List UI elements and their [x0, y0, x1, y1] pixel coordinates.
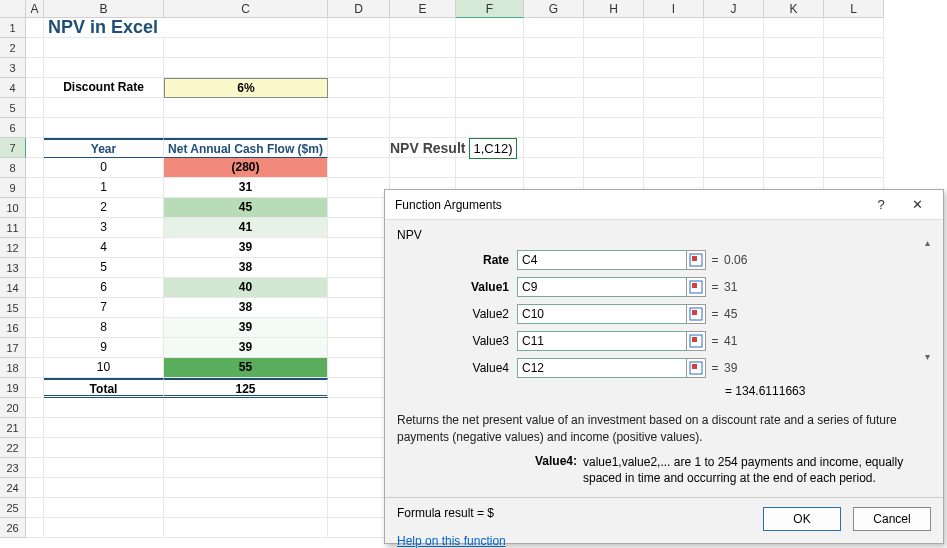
cell-F4[interactable]: [456, 78, 524, 98]
cell-L4[interactable]: [824, 78, 884, 98]
cell-A11[interactable]: [26, 218, 44, 238]
flow-6[interactable]: 40: [164, 278, 328, 298]
cell-F6[interactable]: [456, 118, 524, 138]
cell-I6[interactable]: [644, 118, 704, 138]
page-title[interactable]: NPV in Excel: [44, 18, 328, 38]
cell-H3[interactable]: [584, 58, 644, 78]
cell-D19[interactable]: [328, 378, 390, 398]
cell-A5[interactable]: [26, 98, 44, 118]
cell-C21[interactable]: [164, 418, 328, 438]
row-header-16[interactable]: 16: [0, 318, 26, 338]
cell-E5[interactable]: [390, 98, 456, 118]
cell-F2[interactable]: [456, 38, 524, 58]
cell-C24[interactable]: [164, 478, 328, 498]
arg-input-value1[interactable]: [517, 277, 687, 297]
total-value[interactable]: 125: [164, 378, 328, 398]
cell-B23[interactable]: [44, 458, 164, 478]
cell-J3[interactable]: [704, 58, 764, 78]
range-picker-icon[interactable]: [686, 250, 706, 270]
help-link[interactable]: Help on this function: [397, 534, 506, 548]
cell-D5[interactable]: [328, 98, 390, 118]
row-header-25[interactable]: 25: [0, 498, 26, 518]
cell-J7[interactable]: [704, 138, 764, 158]
row-header-24[interactable]: 24: [0, 478, 26, 498]
cell-D13[interactable]: [328, 258, 390, 278]
cell-F8[interactable]: [456, 158, 524, 178]
args-scrollbar[interactable]: ▴ ▾: [919, 236, 935, 366]
cell-B26[interactable]: [44, 518, 164, 538]
cancel-button[interactable]: Cancel: [853, 507, 931, 531]
year-0[interactable]: 0: [44, 158, 164, 178]
year-9[interactable]: 9: [44, 338, 164, 358]
cell-G3[interactable]: [524, 58, 584, 78]
row-header-21[interactable]: 21: [0, 418, 26, 438]
cell-B20[interactable]: [44, 398, 164, 418]
cell-L8[interactable]: [824, 158, 884, 178]
cell-C23[interactable]: [164, 458, 328, 478]
arg-input-value2[interactable]: [517, 304, 687, 324]
col-header-L[interactable]: L: [824, 0, 884, 18]
row-header-20[interactable]: 20: [0, 398, 26, 418]
cell-A17[interactable]: [26, 338, 44, 358]
cell-D12[interactable]: [328, 238, 390, 258]
header-flow[interactable]: Net Annual Cash Flow ($m): [164, 138, 328, 158]
cell-A23[interactable]: [26, 458, 44, 478]
row-header-5[interactable]: 5: [0, 98, 26, 118]
flow-1[interactable]: 31: [164, 178, 328, 198]
cell-D9[interactable]: [328, 178, 390, 198]
cell-A12[interactable]: [26, 238, 44, 258]
cell-D23[interactable]: [328, 458, 390, 478]
arg-input-value4[interactable]: [517, 358, 687, 378]
cell-B21[interactable]: [44, 418, 164, 438]
col-header-K[interactable]: K: [764, 0, 824, 18]
cell-D11[interactable]: [328, 218, 390, 238]
cell-D15[interactable]: [328, 298, 390, 318]
range-picker-icon[interactable]: [686, 304, 706, 324]
row-header-10[interactable]: 10: [0, 198, 26, 218]
cell-G4[interactable]: [524, 78, 584, 98]
cell-C5[interactable]: [164, 98, 328, 118]
cell-A14[interactable]: [26, 278, 44, 298]
cell-A9[interactable]: [26, 178, 44, 198]
col-header-F[interactable]: F: [456, 0, 524, 18]
row-header-14[interactable]: 14: [0, 278, 26, 298]
cell-L6[interactable]: [824, 118, 884, 138]
range-picker-icon[interactable]: [686, 331, 706, 351]
flow-3[interactable]: 41: [164, 218, 328, 238]
cell-G1[interactable]: [524, 18, 584, 38]
col-header-J[interactable]: J: [704, 0, 764, 18]
cell-E3[interactable]: [390, 58, 456, 78]
cell-D3[interactable]: [328, 58, 390, 78]
cell-D21[interactable]: [328, 418, 390, 438]
row-header-22[interactable]: 22: [0, 438, 26, 458]
cell-K4[interactable]: [764, 78, 824, 98]
cell-A21[interactable]: [26, 418, 44, 438]
cell-G5[interactable]: [524, 98, 584, 118]
cell-A7[interactable]: [26, 138, 44, 158]
cell-D16[interactable]: [328, 318, 390, 338]
cell-G7[interactable]: [524, 138, 584, 158]
cell-A13[interactable]: [26, 258, 44, 278]
cell-L1[interactable]: [824, 18, 884, 38]
cell-D6[interactable]: [328, 118, 390, 138]
cell-F3[interactable]: [456, 58, 524, 78]
row-header-13[interactable]: 13: [0, 258, 26, 278]
cell-B2[interactable]: [44, 38, 164, 58]
row-header-7[interactable]: 7: [0, 138, 26, 158]
cell-D8[interactable]: [328, 158, 390, 178]
cell-D2[interactable]: [328, 38, 390, 58]
cell-E6[interactable]: [390, 118, 456, 138]
cell-D4[interactable]: [328, 78, 390, 98]
cell-A2[interactable]: [26, 38, 44, 58]
cell-J1[interactable]: [704, 18, 764, 38]
discount-label[interactable]: Discount Rate: [44, 78, 164, 98]
cell-J4[interactable]: [704, 78, 764, 98]
cell-D17[interactable]: [328, 338, 390, 358]
cell-A18[interactable]: [26, 358, 44, 378]
cell-J6[interactable]: [704, 118, 764, 138]
cell-A16[interactable]: [26, 318, 44, 338]
row-header-15[interactable]: 15: [0, 298, 26, 318]
cell-E7[interactable]: NPV Result1,C12): [390, 138, 456, 158]
year-3[interactable]: 3: [44, 218, 164, 238]
cell-D24[interactable]: [328, 478, 390, 498]
